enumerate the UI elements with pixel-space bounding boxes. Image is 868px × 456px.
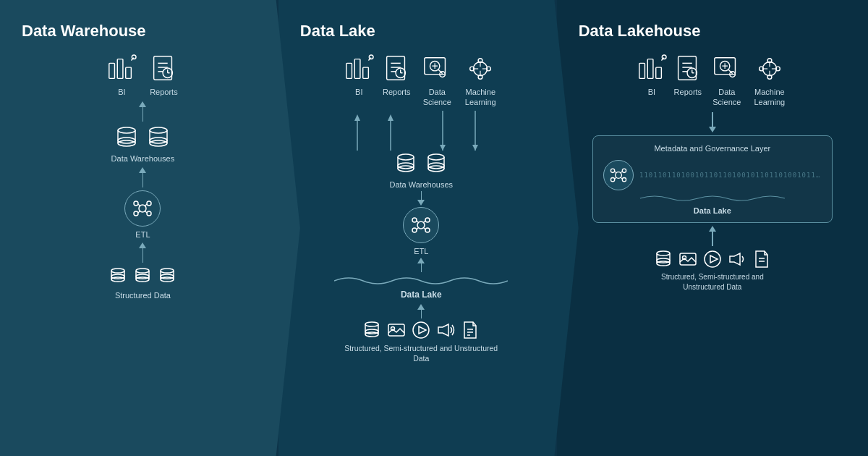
dl-arrow-up-1	[417, 258, 425, 272]
dl-wavy-line	[334, 274, 508, 288]
warehouse-icon-1	[114, 124, 140, 151]
dl-image-icon	[386, 320, 407, 340]
svg-rect-28	[363, 67, 369, 78]
svg-point-51	[428, 154, 444, 160]
dw-content: BI Reports	[14, 54, 271, 300]
dl-arrowhead-up	[417, 258, 425, 263]
dlh-line-up	[712, 232, 713, 246]
svg-point-29	[370, 55, 374, 59]
dw-warehouses-label: Data Warehouses	[111, 153, 175, 164]
svg-point-55	[412, 218, 417, 222]
dl-bi-icon	[344, 54, 374, 84]
dl-arrow-up-2	[417, 304, 425, 318]
dl-datascience-icon	[422, 54, 452, 84]
dlh-audio-icon	[727, 249, 747, 269]
dl-warehouses-label: Data Warehouses	[389, 180, 453, 190]
svg-rect-1	[118, 59, 124, 79]
dlh-datascience-label: Data Science	[709, 87, 745, 108]
svg-rect-27	[355, 59, 361, 79]
dlh-arrow-up	[709, 226, 716, 246]
warehouse-icon-2	[145, 124, 171, 151]
dl-datascience-label: Data Science	[419, 87, 455, 108]
dlh-bi-box: BI	[637, 54, 667, 108]
dlh-line-1	[712, 112, 713, 127]
dl-bi-label: BI	[355, 87, 362, 97]
dl-reports-box: Reports	[381, 54, 412, 108]
dw-structured-icon-box: Structured Data	[107, 266, 178, 300]
svg-point-57	[412, 228, 417, 232]
dlh-metadata-label: Metadata and Governance Layer	[603, 143, 822, 154]
svg-point-83	[610, 178, 614, 182]
dlh-arrow-down	[709, 112, 716, 132]
svg-point-17	[111, 269, 124, 273]
dl-line-up	[421, 263, 422, 272]
dlh-etl-icon	[603, 160, 634, 190]
svg-marker-40	[354, 114, 360, 121]
dl-etl-icon	[403, 207, 439, 243]
svg-point-3	[132, 55, 137, 59]
dlh-datascience-icon	[712, 54, 742, 84]
dlh-reports-box: Reports	[673, 54, 703, 108]
dw-arrow-1	[139, 101, 146, 122]
dlh-binary-text: 1101101101001011011010010110110100101101…	[639, 171, 822, 180]
svg-marker-45	[440, 145, 446, 151]
svg-marker-91	[710, 256, 718, 263]
dlh-image-icon	[678, 249, 698, 269]
dlh-ml-icon	[754, 54, 785, 84]
dlh-ml-box: Machine Learning	[751, 54, 788, 108]
svg-point-48	[398, 154, 414, 160]
dlh-ml-label: Machine Learning	[751, 87, 788, 108]
dlh-db-icon	[653, 249, 673, 269]
dl-warehouse-2	[424, 152, 448, 177]
arrow-head-2	[139, 167, 146, 173]
svg-point-87	[657, 261, 670, 266]
dlh-doc-icon	[752, 249, 772, 269]
svg-point-82	[622, 169, 626, 172]
svg-point-58	[425, 228, 430, 232]
dl-warehouse-1	[393, 152, 418, 177]
dlh-metadata-box: Metadata and Governance Layer	[592, 135, 833, 223]
dw-arrow-2	[139, 167, 146, 187]
dlh-reports-label: Reports	[674, 87, 702, 97]
svg-point-84	[622, 178, 626, 182]
arrow-head-3	[139, 242, 146, 248]
dw-top-icons: BI Reports	[106, 54, 179, 97]
dl-doc-icon	[460, 320, 480, 340]
arrow-line-3	[142, 248, 144, 263]
dw-bi-label: BI	[118, 87, 125, 97]
dl-data-icons	[362, 320, 480, 340]
dl-reports-icon	[381, 54, 412, 84]
dl-video-icon	[411, 320, 431, 340]
svg-point-59	[365, 322, 378, 326]
svg-point-69	[662, 55, 666, 59]
dlh-arrowhead-up	[709, 226, 716, 232]
svg-point-9	[150, 127, 167, 133]
svg-rect-2	[126, 67, 132, 78]
svg-point-20	[136, 269, 149, 273]
dl-bi-box: BI	[344, 54, 374, 108]
dl-datalake-label: Data Lake	[401, 290, 442, 301]
dlh-video-icon	[702, 249, 723, 269]
dl-line-1	[421, 191, 422, 200]
svg-point-81	[610, 169, 614, 172]
dlh-datascience-box: Data Science	[709, 54, 745, 108]
data-warehouse-section: Data Warehouse BI	[0, 0, 300, 456]
dlh-bi-icon	[637, 54, 667, 84]
dl-ml-icon	[465, 54, 495, 84]
dl-arrow-head-1	[417, 200, 425, 206]
dlh-bi-label: BI	[648, 87, 655, 97]
dl-structured-label: Structured, Semi-structured and Unstruct…	[341, 343, 501, 364]
dl-warehouses-row	[393, 152, 448, 177]
dlh-inner-lake-label: Data Lake	[603, 206, 822, 215]
dl-arrowhead-up2	[417, 304, 425, 310]
dl-warehouses-box: Data Warehouses	[389, 152, 453, 190]
dlh-title: Data Lakehouse	[571, 22, 701, 41]
dlh-arrowhead-1	[709, 127, 716, 132]
dl-datascience-box: Data Science	[419, 54, 455, 108]
svg-point-85	[657, 251, 670, 256]
dw-title: Data Warehouse	[14, 22, 146, 41]
svg-point-25	[161, 277, 174, 282]
dw-bi-icon-box: BI	[106, 54, 137, 97]
svg-point-16	[147, 211, 151, 216]
dl-top-icons: BI Reports	[344, 54, 498, 108]
